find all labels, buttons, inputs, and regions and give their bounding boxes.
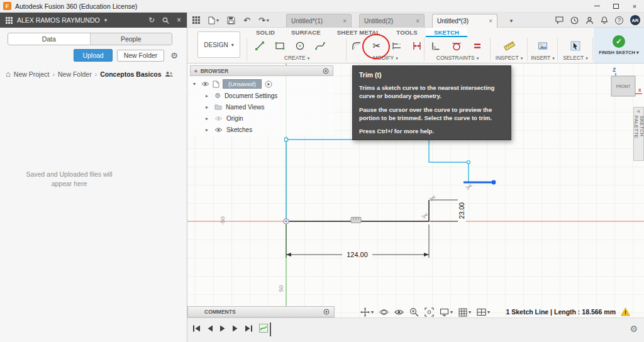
expand-icon[interactable]: ▾ (193, 81, 198, 87)
dimension-value-vertical[interactable]: 23.00 (458, 202, 465, 219)
user-icon[interactable] (586, 16, 594, 25)
search-icon[interactable] (162, 17, 169, 24)
display-filter-icon[interactable] (323, 68, 329, 74)
equal-constraint-button[interactable] (470, 38, 485, 53)
data-panel-settings-gear-icon[interactable]: ⚙ (170, 51, 178, 60)
step-forward-icon[interactable] (232, 325, 238, 332)
perpendicular-constraint-button[interactable] (428, 38, 443, 53)
tab-close-icon[interactable]: × (416, 18, 419, 25)
comments-filter-icon[interactable] (323, 309, 330, 315)
rectangle-tool-button[interactable] (272, 38, 287, 53)
activate-radio-icon[interactable] (265, 80, 272, 88)
viewports-button[interactable]: ▾ (477, 308, 490, 316)
breadcrumb-item[interactable]: New Folder (58, 70, 92, 78)
browser-header[interactable]: « BROWSER (190, 65, 333, 76)
upload-button[interactable]: Upload (74, 49, 112, 62)
browser-item-sketches[interactable]: ▸ Sketches (190, 124, 333, 135)
avatar[interactable]: AR (630, 15, 640, 25)
collapse-icon[interactable]: « (194, 68, 197, 74)
save-icon[interactable] (227, 16, 235, 25)
dimension-value-horizontal[interactable]: 124.00 (347, 251, 368, 258)
step-back-icon[interactable] (207, 325, 213, 332)
new-folder-button[interactable]: New Folder (117, 50, 165, 62)
pan-button[interactable]: ▾ (360, 307, 374, 317)
expand-icon[interactable]: ▸ (206, 104, 211, 110)
share-people-icon[interactable] (165, 71, 174, 77)
eye-hidden-icon[interactable] (214, 116, 223, 121)
view-cube[interactable]: Z FRONT X (599, 65, 643, 104)
doc-tab-untitled-3-active[interactable]: Untitled*(3) × (432, 14, 497, 28)
browser-item-origin[interactable]: ▸ Origin (190, 113, 333, 124)
create-group-label[interactable]: CREATE▾ (249, 55, 345, 61)
eye-icon[interactable] (214, 127, 223, 133)
tab-close-icon[interactable]: × (489, 18, 492, 25)
expand-icon[interactable]: ▸ (206, 127, 211, 133)
browser-item-document-settings[interactable]: ▸ ⚙ Document Settings (190, 90, 333, 101)
timeline-settings-gear-icon[interactable]: ⚙ (630, 324, 638, 334)
go-to-start-icon[interactable] (192, 325, 201, 332)
measure-tool-button[interactable] (502, 38, 517, 53)
inspect-group-label[interactable]: INSPECT▾ (491, 55, 527, 61)
refresh-icon[interactable]: ↻ (148, 16, 155, 25)
select-group-label[interactable]: SELECT▾ (558, 55, 592, 61)
sketch-curve-cyan[interactable] (286, 140, 469, 221)
environment-selector[interactable]: DESIGN ▾ (197, 31, 240, 58)
home-icon[interactable]: ⌂ (6, 69, 11, 79)
tab-data[interactable]: Data (8, 33, 90, 45)
document-root-label[interactable]: (Unsaved) (223, 79, 262, 89)
user-menu-chevron-icon[interactable]: ▾ (104, 17, 108, 23)
zoom-button[interactable] (409, 307, 419, 317)
sketch-point[interactable] (467, 161, 470, 164)
line-tool-button[interactable] (252, 38, 267, 53)
breadcrumb-item[interactable]: New Project (14, 70, 50, 78)
tab-sketch-active[interactable]: SKETCH (426, 28, 467, 37)
fillet-tool-button[interactable] (350, 38, 364, 53)
viewcube-front-label[interactable]: FRONT (616, 84, 630, 89)
insert-image-button[interactable] (535, 38, 550, 53)
doc-tab-untitled-2[interactable]: Untitled(2) × (359, 14, 425, 28)
breadcrumb-item-current[interactable]: Conceptos Basicos (100, 70, 161, 78)
tab-tools[interactable]: TOOLS (388, 28, 426, 37)
browser-root-row[interactable]: ▾ (Unsaved) (190, 78, 333, 90)
circle-tool-button[interactable] (292, 38, 308, 53)
comment-icon[interactable] (555, 16, 564, 24)
tab-solid[interactable]: SOLID (248, 28, 283, 37)
display-settings-button[interactable]: ▾ (440, 308, 453, 316)
sketch-point[interactable] (492, 180, 496, 185)
tab-list-chevron-icon[interactable]: ▾ (505, 14, 518, 28)
warning-icon[interactable]: ! (621, 307, 630, 316)
play-icon[interactable] (219, 325, 226, 332)
fit-button[interactable] (425, 307, 434, 317)
comments-bar[interactable]: COMMENTS (187, 306, 335, 317)
origin-point[interactable] (284, 219, 289, 224)
tab-surface[interactable]: SURFACE (283, 28, 329, 37)
constraints-group-label[interactable]: CONSTRAINTS▾ (425, 55, 490, 61)
finish-sketch-button[interactable]: ✓ FINISH SKETCH ▾ (594, 28, 644, 63)
timeline-position-marker[interactable] (270, 323, 271, 336)
close-button[interactable]: × (625, 0, 644, 12)
expand-icon[interactable]: ▸ (206, 116, 211, 121)
sketch-palette-tab[interactable]: « SKETCH PALETTE (633, 107, 644, 161)
eye-icon[interactable] (201, 81, 209, 87)
sketch-dimension-tool-button[interactable] (410, 38, 424, 53)
minimize-button[interactable] (587, 0, 606, 12)
timeline-sketch-feature[interactable] (259, 324, 268, 334)
show-data-panel-icon[interactable] (192, 16, 200, 24)
expand-palette-icon[interactable]: « (637, 109, 640, 114)
tab-close-icon[interactable]: × (343, 18, 347, 25)
help-icon[interactable]: ? (615, 16, 623, 25)
maximize-button[interactable] (606, 0, 625, 12)
orbit-button[interactable] (379, 307, 389, 317)
expand-icon[interactable]: ▸ (206, 93, 211, 99)
app-grid-icon[interactable] (6, 17, 13, 24)
doc-tab-untitled-1[interactable]: Untitled*(1) × (286, 14, 352, 28)
browser-item-named-views[interactable]: ▸ Named Views (190, 101, 333, 113)
user-name[interactable]: ALEX RAMOS RAYMUNDO (17, 16, 100, 24)
tab-people[interactable]: People (90, 33, 172, 45)
insert-group-label[interactable]: INSERT▾ (528, 55, 557, 61)
redo-button[interactable]: ↷ ▾ (258, 16, 269, 25)
clock-icon[interactable] (570, 16, 579, 25)
grid-settings-button[interactable]: ▾ (458, 308, 471, 317)
select-tool-button[interactable] (568, 38, 583, 53)
look-at-button[interactable] (394, 308, 404, 316)
